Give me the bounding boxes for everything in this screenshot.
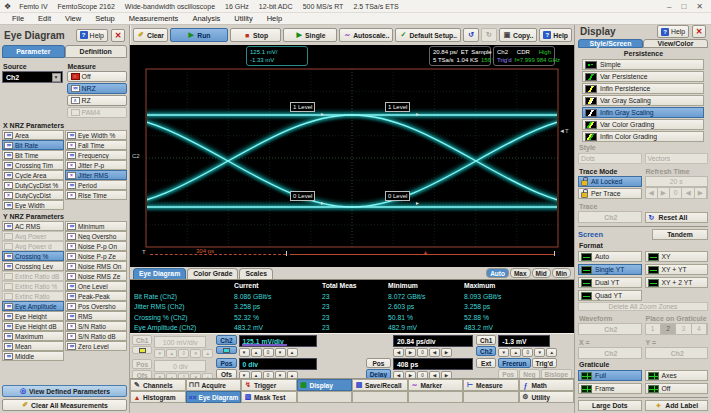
vectors-button[interactable]: Vectors bbox=[645, 153, 709, 164]
dock-item[interactable] bbox=[408, 391, 464, 403]
source-dropdown[interactable]: Ch2 ▼ bbox=[2, 71, 63, 83]
dots-button[interactable]: Dots bbox=[578, 153, 642, 164]
timebase-pos-button[interactable]: Pos bbox=[366, 358, 391, 368]
trigd-button[interactable]: Trig'd bbox=[532, 358, 557, 368]
stepper-button[interactable]: ▼ bbox=[190, 349, 201, 358]
param-button[interactable]: Noise P-p On bbox=[65, 241, 127, 251]
param-button[interactable]: Eye Amplitude bbox=[2, 301, 64, 311]
ch2-button[interactable]: Ch2 bbox=[216, 335, 236, 345]
param-button[interactable]: Noise RMS Ze bbox=[65, 271, 127, 281]
param-button[interactable]: Bit Time bbox=[2, 150, 64, 160]
large-dots-button[interactable]: Large Dots bbox=[578, 400, 642, 411]
param-button[interactable]: Crossing Lev bbox=[2, 261, 64, 271]
single-button[interactable]: ▶Single bbox=[283, 28, 337, 42]
tab[interactable]: View/Color bbox=[643, 39, 708, 48]
help-button[interactable]: ?Help bbox=[539, 28, 572, 42]
trigger-level-marker[interactable]: ◄T bbox=[559, 128, 569, 134]
undo-button[interactable]: ↺ bbox=[463, 28, 479, 42]
param-button[interactable]: Extinc Ratio % bbox=[2, 281, 64, 291]
stepper-button[interactable]: ▲ bbox=[546, 348, 557, 357]
stepper-button[interactable]: ◀ bbox=[429, 348, 440, 357]
scale-button[interactable]: Auto bbox=[486, 268, 509, 278]
tab[interactable]: Definition bbox=[65, 45, 128, 58]
stop-button[interactable]: ■Stop bbox=[230, 28, 282, 42]
dock-item[interactable]: ∼Marker bbox=[408, 379, 464, 391]
redo-button[interactable]: ↻ bbox=[481, 28, 497, 42]
menu-item[interactable]: View bbox=[59, 14, 87, 23]
scope-tab[interactable]: Color Grade bbox=[187, 268, 238, 279]
stepper-button[interactable]: ▼ bbox=[154, 349, 165, 358]
menu-item[interactable]: Edit bbox=[32, 14, 57, 23]
dock-item[interactable]: ▦Display bbox=[297, 379, 353, 391]
dock-item[interactable]: ƒMath bbox=[519, 379, 575, 391]
stepper-button[interactable]: ▼ bbox=[275, 348, 286, 357]
tab[interactable]: Parameter bbox=[2, 45, 65, 58]
ch2-color-indicator[interactable] bbox=[216, 346, 236, 354]
stepper-button[interactable]: ▲ bbox=[166, 349, 177, 358]
param-button[interactable]: Eye Width bbox=[2, 200, 64, 210]
param-button[interactable]: S/N Ratio dB bbox=[65, 331, 127, 341]
close-panel-button[interactable]: ✕ bbox=[111, 29, 125, 42]
param-button[interactable]: Minimum bbox=[65, 221, 127, 231]
persistence-option[interactable]: Var Persistence bbox=[582, 71, 704, 82]
param-button[interactable]: S/N Ratio bbox=[65, 321, 127, 331]
menu-item[interactable]: Utility bbox=[228, 14, 258, 23]
dock-item[interactable]: ✎Channels bbox=[130, 379, 186, 391]
format-option[interactable]: XY + YT bbox=[645, 264, 709, 275]
param-button[interactable]: Jitter P-p bbox=[65, 160, 127, 170]
scope-tab[interactable]: Scales bbox=[239, 268, 273, 279]
copy-button[interactable]: ▣Copy.. bbox=[499, 28, 537, 42]
measure-mode-button[interactable]: PAM4 bbox=[67, 107, 128, 118]
trigger-ch1-button[interactable]: Ch1 bbox=[476, 335, 496, 345]
menu-item[interactable]: Help bbox=[261, 14, 288, 23]
dock-item[interactable]: ▤Save/Recall bbox=[352, 379, 408, 391]
param-button[interactable]: Bit Rate bbox=[2, 140, 64, 150]
measure-mode-button[interactable]: NRZ bbox=[67, 83, 128, 94]
param-button[interactable]: One Level bbox=[65, 281, 127, 291]
stepper-button[interactable]: ▼ bbox=[239, 348, 250, 357]
menu-item[interactable]: Analysis bbox=[186, 14, 226, 23]
persistence-option[interactable]: Var Gray Scaling bbox=[582, 95, 704, 106]
scale-button[interactable]: Max bbox=[510, 268, 531, 278]
stepper-button[interactable]: ▲ bbox=[510, 348, 521, 357]
param-button[interactable]: Avg Power bbox=[2, 231, 64, 241]
dock-item[interactable]: ××Eye Diagram bbox=[186, 391, 242, 403]
param-button[interactable]: Extinc Ratio bbox=[2, 291, 64, 301]
param-button[interactable]: DutyCycDist bbox=[2, 190, 64, 200]
stepper-button[interactable]: ▼ bbox=[534, 348, 545, 357]
param-button[interactable]: Zero Level bbox=[65, 341, 127, 351]
freerun-button[interactable]: Freerun bbox=[498, 358, 530, 368]
autoscale-button[interactable]: ∼Autoscale.. bbox=[339, 28, 393, 42]
waveform-dropdown[interactable]: Ch2 bbox=[578, 323, 642, 335]
y-source-dropdown[interactable]: Ch2 bbox=[645, 347, 709, 359]
param-button[interactable]: Jitter RMS bbox=[65, 170, 127, 180]
ch1-button[interactable]: Ch1 bbox=[132, 335, 152, 345]
param-button[interactable]: Pos Oversho bbox=[65, 301, 127, 311]
ch1-pos-button[interactable]: Pos bbox=[132, 359, 152, 369]
stepper-button[interactable]: 0 bbox=[178, 349, 189, 358]
close-panel-button[interactable]: ✕ bbox=[692, 25, 706, 38]
graticule-option[interactable]: Frame bbox=[578, 383, 642, 394]
dock-item[interactable] bbox=[352, 391, 408, 403]
trigger-ch2-button[interactable]: Ch2 bbox=[476, 346, 496, 356]
persistence-option[interactable]: Var Color Grading bbox=[582, 119, 704, 130]
param-button[interactable]: Noise RMS On bbox=[65, 261, 127, 271]
param-button[interactable]: Maximum bbox=[2, 331, 64, 341]
param-button[interactable]: Fall Time bbox=[65, 140, 127, 150]
dock-item[interactable]: ⚙Utility bbox=[519, 391, 575, 403]
param-button[interactable]: Peak-Peak bbox=[65, 291, 127, 301]
add-label-button[interactable]: ✦Add Label bbox=[645, 400, 709, 411]
format-option[interactable]: Quad YT bbox=[578, 290, 642, 301]
stepper-button[interactable]: ◀ bbox=[393, 348, 404, 357]
tab[interactable]: Style/Screen bbox=[578, 39, 643, 48]
param-button[interactable]: Rise Time bbox=[65, 190, 127, 200]
minimize-icon[interactable]: – bbox=[667, 2, 671, 11]
menu-item[interactable]: Measurements bbox=[123, 14, 185, 23]
param-button[interactable]: Period bbox=[65, 180, 127, 190]
stepper-button[interactable]: ▲ bbox=[202, 349, 213, 358]
measure-mode-button[interactable]: RZ bbox=[67, 95, 128, 106]
param-button[interactable]: Extinc Ratio dB bbox=[2, 271, 64, 281]
close-icon[interactable]: ✕ bbox=[696, 2, 703, 11]
format-option[interactable]: Single YT bbox=[578, 264, 642, 275]
graticule-option[interactable]: Axes bbox=[645, 370, 709, 381]
